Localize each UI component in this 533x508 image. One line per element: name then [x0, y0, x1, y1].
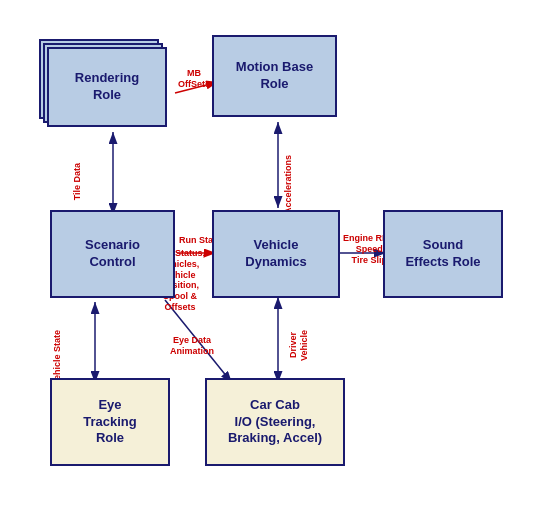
- vehicle-dynamics-box: VehicleDynamics: [212, 210, 340, 298]
- sound-effects-box: SoundEffects Role: [383, 210, 503, 298]
- vehicle-dynamics-label: VehicleDynamics: [245, 237, 306, 271]
- rendering-role-box: RenderingRole: [47, 47, 167, 127]
- car-cab-label: Car CabI/O (Steering,Braking, Accel): [228, 397, 322, 448]
- scenario-control-label: ScenarioControl: [85, 237, 140, 271]
- rendering-role-stack: RenderingRole: [47, 47, 167, 127]
- car-cab-box: Car CabI/O (Steering,Braking, Accel): [205, 378, 345, 466]
- diagram: MBOffSets Accelerations Tile Data Run St…: [0, 0, 533, 508]
- label-eye-data: Eye DataAnimation: [170, 335, 214, 357]
- rendering-role-label: RenderingRole: [75, 70, 139, 104]
- motion-base-box: Motion BaseRole: [212, 35, 337, 117]
- scenario-control-box: ScenarioControl: [50, 210, 175, 298]
- eye-tracking-box: EyeTrackingRole: [50, 378, 170, 466]
- sound-effects-label: SoundEffects Role: [405, 237, 480, 271]
- label-driver-vehicle: DriverVehicle: [288, 330, 310, 361]
- label-mb-offsets: MBOffSets: [178, 68, 210, 90]
- label-accelerations: Accelerations: [283, 155, 294, 214]
- motion-base-label: Motion BaseRole: [236, 59, 313, 93]
- label-tile-data: Tile Data: [72, 163, 83, 200]
- eye-tracking-label: EyeTrackingRole: [83, 397, 136, 448]
